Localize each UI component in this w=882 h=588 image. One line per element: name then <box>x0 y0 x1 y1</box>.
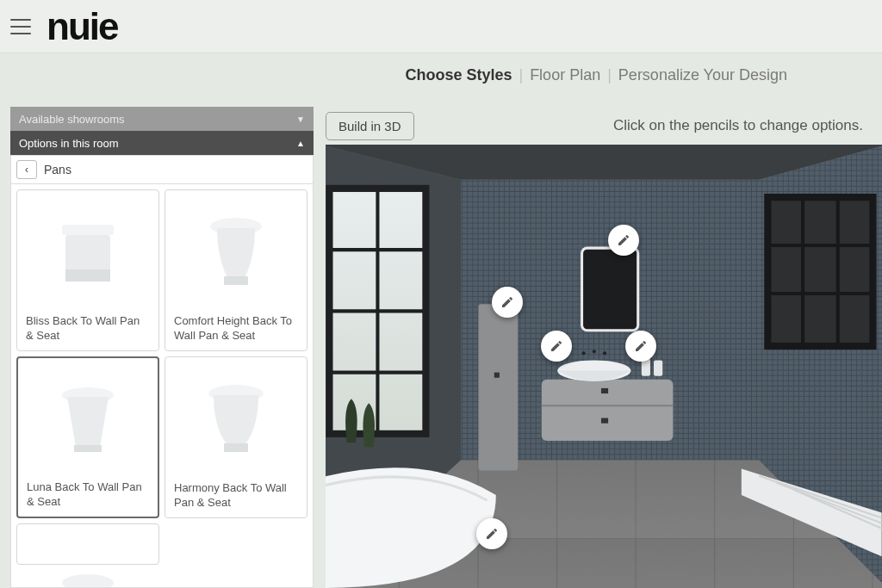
chevron-up-icon: ▲ <box>296 139 305 148</box>
product-thumbnail <box>174 197 298 308</box>
menu-icon[interactable] <box>10 19 31 34</box>
chevron-down-icon: ▼ <box>296 115 305 124</box>
options-label: Options in this room <box>19 137 119 150</box>
back-button[interactable]: ‹ <box>16 160 37 179</box>
options-panel-header[interactable]: Options in this room ▲ <box>10 131 314 155</box>
pencil-icon <box>500 295 514 309</box>
svg-rect-45 <box>654 360 662 375</box>
svg-point-42 <box>593 350 596 353</box>
svg-rect-35 <box>582 248 638 331</box>
edit-pencil-button[interactable] <box>608 225 639 256</box>
product-card[interactable]: Comfort Height Back To Wall Pan & Seat <box>165 189 307 351</box>
product-name: Comfort Height Back To Wall Pan & Seat <box>174 313 298 344</box>
step-separator: | <box>519 66 523 84</box>
app-header: nuie <box>0 0 882 53</box>
brand-logo: nuie <box>47 5 117 48</box>
step-separator: | <box>607 66 612 84</box>
step-choose-styles[interactable]: Choose Styles <box>405 66 512 84</box>
product-card[interactable]: Harmony Back To Wall Pan & Seat <box>165 356 307 518</box>
svg-rect-6 <box>74 445 102 452</box>
product-grid: Bliss Back To Wall Pan & SeatComfort Hei… <box>10 184 314 588</box>
pencil-icon <box>550 339 563 353</box>
svg-rect-39 <box>601 418 608 424</box>
svg-point-43 <box>603 351 606 355</box>
svg-point-41 <box>582 351 586 355</box>
build-3d-button[interactable]: Build in 3D <box>326 112 414 140</box>
preview-toolbar: Build in 3D Click on the pencils to chan… <box>326 107 882 145</box>
category-label: Pans <box>44 163 71 176</box>
product-name: Luna Back To Wall Pan & Seat <box>27 480 149 510</box>
chevron-left-icon: ‹ <box>25 164 28 176</box>
pencil-icon <box>634 339 648 353</box>
product-thumbnail <box>174 364 298 475</box>
svg-rect-33 <box>478 304 518 470</box>
svg-point-9 <box>62 574 114 588</box>
svg-rect-8 <box>224 443 248 452</box>
product-name: Bliss Back To Wall Pan & Seat <box>26 313 150 344</box>
step-floor-plan[interactable]: Floor Plan <box>530 66 600 84</box>
room-render <box>326 145 882 588</box>
edit-pencil-button[interactable] <box>541 331 572 362</box>
category-breadcrumb: ‹ Pans <box>10 155 314 184</box>
wizard-steps: Choose Styles | Floor Plan | Personalize… <box>0 53 882 96</box>
step-personalize[interactable]: Personalize Your Design <box>618 66 787 84</box>
preview-column: Build in 3D Click on the pencils to chan… <box>326 107 882 588</box>
svg-rect-0 <box>62 225 114 235</box>
product-thumbnail <box>26 531 150 588</box>
product-name: Harmony Back To Wall Pan & Seat <box>174 480 298 511</box>
showrooms-label: Available showrooms <box>19 113 125 126</box>
scene-illustration <box>326 145 882 588</box>
product-card[interactable]: Bliss Back To Wall Pan & Seat <box>16 189 159 351</box>
svg-rect-2 <box>65 269 110 282</box>
product-thumbnail <box>27 365 149 474</box>
preview-hint: Click on the pencils to change options. <box>613 117 863 134</box>
product-card[interactable] <box>16 523 159 565</box>
pencil-icon <box>617 233 630 247</box>
product-card[interactable]: Luna Back To Wall Pan & Seat <box>16 356 159 518</box>
svg-rect-27 <box>767 197 873 346</box>
svg-rect-34 <box>494 373 500 378</box>
pencil-icon <box>485 527 499 541</box>
svg-rect-38 <box>601 388 608 393</box>
edit-pencil-button[interactable] <box>492 287 523 318</box>
product-thumbnail <box>26 197 150 308</box>
edit-pencil-button[interactable] <box>476 518 507 549</box>
product-sidebar: Available showrooms ▼ Options in this ro… <box>10 107 314 588</box>
edit-pencil-button[interactable] <box>625 331 656 362</box>
showrooms-panel-header[interactable]: Available showrooms ▼ <box>10 107 314 131</box>
svg-rect-4 <box>224 276 248 285</box>
